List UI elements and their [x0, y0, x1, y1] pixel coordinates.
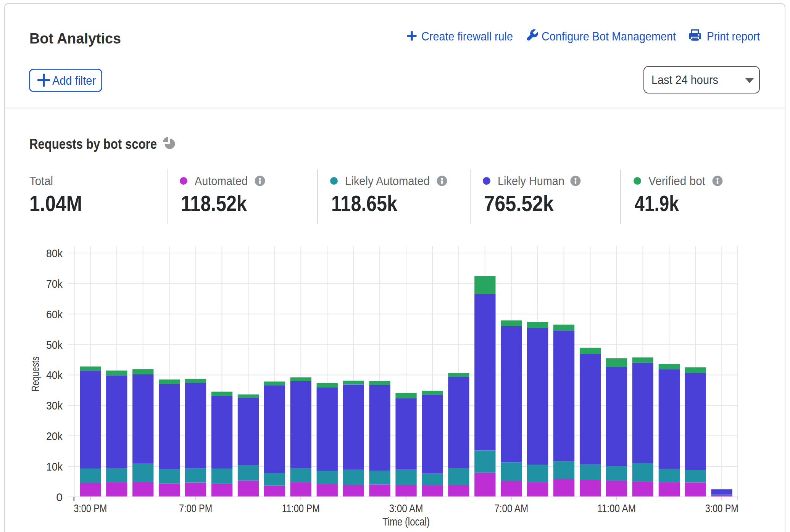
svg-text:50k: 50k — [46, 339, 63, 351]
svg-text:118.65k: 118.65k — [331, 191, 397, 216]
svg-text:Total: Total — [29, 174, 53, 188]
svg-text:7:00 PM: 7:00 PM — [179, 502, 212, 514]
svg-text:7:00 AM: 7:00 AM — [494, 502, 528, 514]
svg-text:118.52k: 118.52k — [181, 191, 247, 216]
svg-text:11:00 PM: 11:00 PM — [282, 502, 320, 514]
svg-text:Add filter: Add filter — [52, 74, 96, 87]
svg-text:Bot Analytics: Bot Analytics — [29, 30, 121, 47]
svg-text:Verified bot: Verified bot — [648, 174, 705, 188]
svg-text:Last 24 hours: Last 24 hours — [651, 73, 718, 87]
svg-text:70k: 70k — [46, 277, 63, 290]
svg-text:Likely Automated: Likely Automated — [345, 174, 430, 188]
svg-text:30k: 30k — [46, 399, 63, 412]
svg-text:3:00 AM: 3:00 AM — [389, 502, 423, 514]
svg-text:Time (local): Time (local) — [382, 515, 430, 528]
svg-text:Likely Human: Likely Human — [498, 174, 564, 188]
svg-text:41.9k: 41.9k — [635, 191, 679, 216]
svg-text:80k: 80k — [46, 247, 63, 260]
svg-text:3:00 PM: 3:00 PM — [74, 502, 107, 514]
svg-text:3:00 PM: 3:00 PM — [705, 502, 738, 514]
svg-text:Configure Bot Management: Configure Bot Management — [542, 29, 676, 43]
svg-text:Print report: Print report — [707, 29, 760, 43]
svg-text:0: 0 — [56, 491, 63, 503]
svg-text:765.52k: 765.52k — [484, 191, 554, 216]
svg-text:Automated: Automated — [195, 174, 248, 188]
svg-text:20k: 20k — [46, 430, 63, 442]
svg-text:Requests: Requests — [29, 356, 41, 392]
svg-text:1.04M: 1.04M — [29, 191, 82, 216]
svg-text:Create firewall rule: Create firewall rule — [421, 29, 513, 43]
svg-text:40k: 40k — [46, 369, 63, 381]
svg-text:Requests by bot score: Requests by bot score — [29, 136, 157, 152]
svg-text:11:00 AM: 11:00 AM — [597, 502, 636, 514]
svg-text:10k: 10k — [46, 460, 63, 473]
svg-text:60k: 60k — [46, 308, 63, 321]
